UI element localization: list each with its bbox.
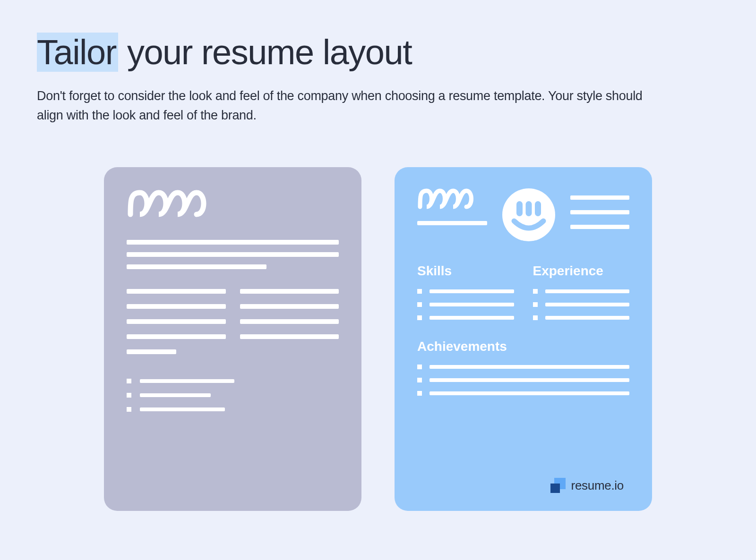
- page-title: Tailor your resume layout: [37, 33, 719, 71]
- skills-heading: Skills: [417, 263, 514, 279]
- grey-paragraph: [127, 240, 339, 269]
- grey-bullets: [127, 379, 339, 412]
- svg-rect-1: [516, 201, 523, 216]
- brand-logo-icon: [550, 478, 566, 493]
- cards-container: Skills Experience Achievements: [37, 167, 719, 511]
- title-highlight: Tailor: [37, 33, 118, 72]
- blue-columns: Skills Experience: [417, 263, 629, 320]
- brand-badge: resume.io: [550, 478, 624, 493]
- achievements-section: Achievements: [417, 339, 629, 396]
- achievements-heading: Achievements: [417, 339, 629, 354]
- page-subtitle: Don't forget to consider the look and fe…: [37, 86, 670, 125]
- experience-heading: Experience: [533, 263, 630, 279]
- svg-rect-2: [526, 201, 532, 216]
- svg-rect-3: [535, 201, 541, 216]
- brand-name: resume.io: [571, 478, 624, 493]
- blue-header: [417, 187, 629, 243]
- scribble-icon: [127, 187, 339, 222]
- resume-card-plain: [104, 167, 361, 511]
- smiley-icon: [499, 187, 558, 243]
- grey-columns: [127, 289, 339, 354]
- svg-rect-5: [550, 484, 560, 493]
- scribble-icon: [417, 187, 486, 211]
- resume-card-styled: Skills Experience Achievements: [395, 167, 652, 511]
- title-rest: your resume layout: [118, 33, 412, 72]
